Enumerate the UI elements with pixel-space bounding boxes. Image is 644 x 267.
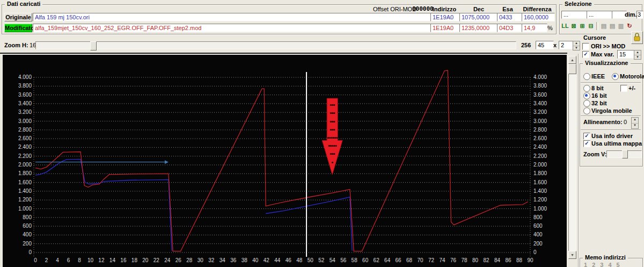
ieee-radio[interactable] [583, 73, 590, 80]
x-axis-label: 40 [252, 257, 259, 263]
memo-slot-5[interactable]: 5 [617, 262, 620, 267]
y-axis-label-right: 1.800 [533, 170, 547, 176]
vscroll-up-button[interactable]: ▲ [568, 56, 576, 64]
x-axis-label: 38 [241, 257, 248, 263]
visualizzazione-title: Visualizzazione [583, 60, 631, 66]
dim-value-field[interactable]: 3 [636, 11, 643, 19]
max-var-label: Max var. [591, 51, 614, 57]
y-axis-label-left: 3.600 [18, 92, 32, 98]
y-axis-label-right: 200 [533, 241, 543, 247]
memo-buttons: 12345 [584, 262, 640, 267]
ori-mod-checkbox[interactable] [582, 43, 589, 50]
modified-indirizzo-field[interactable]: 1E19A0 [430, 24, 460, 32]
selection-end-field[interactable]: ... [587, 11, 612, 19]
usa-ultima-mappa-checkbox[interactable]: ✓ [583, 140, 590, 147]
memo-slot-1[interactable]: 1 [584, 262, 587, 267]
plusminus-checkbox[interactable] [620, 85, 627, 92]
down-arrow-mark: ▪▪▪▪▪▪ [327, 136, 338, 139]
toolbar-separator [596, 22, 598, 30]
select-cross-icon[interactable]: ⊠ [569, 22, 578, 31]
x-axis-label: 46 [286, 257, 292, 263]
x-axis-label: 64 [384, 257, 391, 263]
y-axis-label-left: 1.600 [18, 179, 32, 185]
y-axis-label-right: 1.400 [533, 188, 547, 194]
reload-icon[interactable]: ↻ [625, 22, 634, 31]
x-axis-label: 22 [153, 257, 160, 263]
modificato-row-label[interactable]: Modificato [4, 24, 32, 32]
chart: 002002004004006006008008001.0001.0001.20… [3, 55, 567, 267]
zoom-h-slider-thumb[interactable] [90, 41, 97, 50]
modified-dec-field[interactable]: 1235,0000 [459, 24, 498, 32]
y-axis-label-left: 4.000 [18, 74, 32, 80]
x-axis-label: 4 [56, 257, 59, 263]
x-axis-label: 76 [450, 257, 457, 263]
original-file-field[interactable]: Alfa 159 mj 150cv.ori [33, 13, 435, 21]
memo-slot-4[interactable]: 4 [608, 262, 611, 267]
y-axis-label-right: 3.600 [533, 92, 547, 98]
bit32-radio[interactable] [583, 100, 590, 107]
zoom-h-field-45[interactable]: 45 [536, 41, 554, 49]
y-axis-label-left: 3.800 [18, 83, 32, 89]
allineamento-spinner[interactable]: ▲▼ [631, 117, 639, 129]
modified-esa-field[interactable]: 04D3 [497, 24, 523, 32]
x-axis-label: 74 [440, 257, 446, 263]
original-differenza-field[interactable]: 160,0000 [522, 13, 555, 21]
zoom-h-slider-track[interactable] [35, 41, 516, 49]
bit8-radio[interactable] [583, 85, 590, 92]
y-axis-label-left: 1.000 [18, 206, 32, 212]
original-esa-field[interactable]: 0433 [497, 13, 523, 21]
original-indirizzo-field[interactable]: 1E19A0 [430, 13, 460, 21]
y-axis-label-right: 1.600 [533, 179, 547, 185]
motorola-radio[interactable] [612, 73, 619, 80]
dati-caricati-title: Dati caricati [5, 1, 42, 7]
zoom-v-slider-thumb[interactable] [622, 150, 628, 158]
modified-differenza-field[interactable]: 14,9 [522, 24, 547, 32]
max-var-checkbox[interactable]: ✓ [582, 51, 589, 58]
x-axis-label: 28 [186, 257, 193, 263]
plusminus-label: +/- [628, 85, 635, 91]
x-axis-label: 72 [428, 257, 435, 263]
bit16-radio[interactable] [583, 92, 590, 99]
paste-icon: ▤ [608, 22, 617, 31]
selection-start-field[interactable]: ... [561, 11, 587, 19]
series-line-originale [35, 159, 172, 250]
offset-label: Offset ORI-MOD [373, 6, 416, 12]
down-arrow-mark: ▪▪▪▪▪ [328, 144, 337, 147]
select-cols-icon[interactable]: ⊟ [587, 22, 595, 31]
modified-file-field[interactable]: alfa_159mjet_150cv_160_252_EGR.OFF_FAP.O… [33, 24, 435, 32]
allineamento-label: Allineamento: [583, 119, 623, 125]
zoom-h-spinner[interactable]: ▲▼ [573, 41, 580, 50]
right-panel-divider [578, 54, 579, 267]
usa-info-driver-checkbox[interactable]: ✓ [583, 133, 590, 140]
chart-vscrollbar-track[interactable] [568, 56, 576, 259]
x-axis-label: 84 [494, 257, 501, 263]
differenza-header: Differenza [521, 6, 554, 12]
x-axis-label: 60 [362, 257, 369, 263]
selezione-toolbar: LL⊠⊞⊟▤▤▥↻ [561, 22, 641, 31]
max-var-spinner[interactable]: ▲▼ [634, 50, 641, 60]
x-axis-label: 58 [352, 257, 358, 263]
allineamento-value: 0 [624, 119, 627, 125]
memo-slot-3[interactable]: 3 [600, 262, 603, 267]
select-rows-icon[interactable]: ⊞ [578, 22, 587, 31]
indirizzo-header: Indirizzo [429, 6, 459, 12]
memo-slot-2[interactable]: 2 [592, 262, 595, 267]
y-axis-label-left: 2.800 [18, 127, 32, 133]
lock-button[interactable] [631, 31, 643, 44]
x-axis-label: 62 [374, 257, 380, 263]
original-dec-field[interactable]: 1075,0000 [459, 13, 498, 21]
y-axis-label-right: 0 [533, 249, 537, 255]
y-axis-label-right: 400 [533, 232, 543, 237]
vscroll-down-button[interactable]: ▼ [568, 251, 576, 259]
vscroll-thumb[interactable] [568, 64, 576, 74]
virgola-mobile-radio[interactable] [583, 107, 590, 114]
x-axis-label: 66 [396, 257, 402, 263]
usa-info-driver-label: Usa info driver [591, 133, 633, 139]
originale-row-label[interactable]: Originale [4, 13, 32, 21]
series-line-modificato [35, 70, 528, 251]
select-corner-icon[interactable]: LL [561, 22, 569, 31]
down-arrow-mark: ▪▪▪ [330, 120, 335, 123]
x-axis-label: 0 [34, 257, 37, 263]
max-var-field[interactable]: 15 [617, 50, 635, 59]
x-axis-label: 82 [483, 257, 489, 263]
